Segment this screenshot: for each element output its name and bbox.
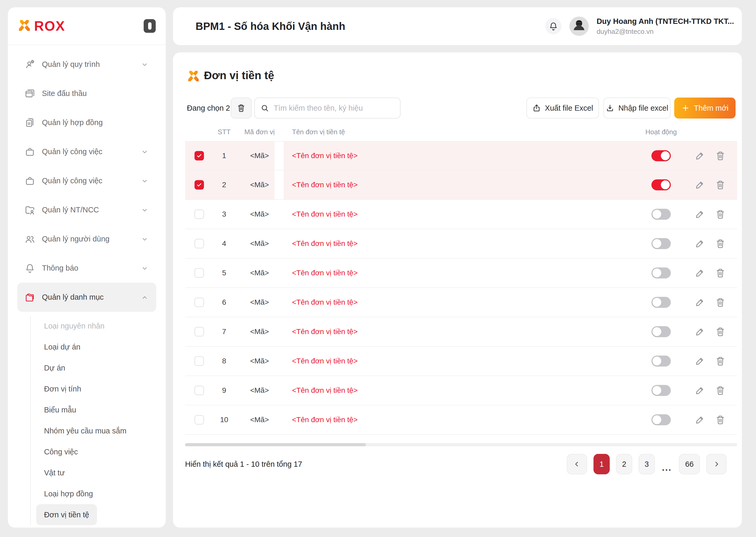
pagination-prev-button[interactable] [567,454,587,474]
chevron-down-icon [140,147,149,156]
import-excel-button[interactable]: Nhập file excel [603,98,670,118]
pagination-next-button[interactable] [706,454,727,474]
table-row: 1<Mã><Tên đơn vị tiền tệ> [185,141,737,170]
sidebar-subitem-9[interactable]: Đơn vị tiền tệ [36,504,97,525]
currency-table: STT Mã đơn vị Tên đơn vị tiền tệ Hoạt độ… [185,126,737,435]
pagination-page-1[interactable]: 1 [593,454,610,474]
sidebar-subitem-2[interactable]: Dự án [36,357,73,378]
sidebar-item-4[interactable]: Quản lý công việc [17,166,156,195]
delete-icon[interactable] [715,415,726,425]
delete-icon[interactable] [715,180,726,190]
sidebar-subitem-8[interactable]: Loại hợp đồng [36,483,101,504]
avatar[interactable] [569,17,589,36]
sidebar-item-6[interactable]: Quản lý người dùng [17,225,156,254]
selection-count-label: Đang chọn 2 [187,98,230,118]
row-code: <Mã> [236,327,283,336]
sidebar-item-label: Quản lý NT/NCC [42,206,99,214]
row-code: <Mã> [236,298,283,307]
row-checkbox[interactable] [194,386,204,395]
sidebar-item-2[interactable]: Quản lý hợp đồng [17,108,156,137]
row-active-toggle[interactable] [652,179,671,190]
sidebar-item-1[interactable]: Site đấu thầu [17,79,156,108]
row-checkbox[interactable] [194,415,204,425]
edit-icon[interactable] [695,268,705,278]
row-checkbox[interactable] [194,151,204,160]
pagination-ellipsis: ... [661,454,673,474]
row-name: <Tên đơn vị tiền tệ> [292,416,358,424]
delete-icon[interactable] [715,385,726,396]
row-checkbox[interactable] [194,298,204,307]
row-active-toggle[interactable] [652,209,671,220]
add-new-button[interactable]: Thêm mới [674,98,736,118]
delete-icon[interactable] [715,209,726,220]
bulk-delete-button[interactable] [231,98,252,118]
chevron-down-icon [140,177,149,185]
chevron-down-icon [140,60,149,69]
delete-icon[interactable] [715,297,726,308]
sidebar-subitem-3[interactable]: Đơn vị tính [36,378,89,399]
edit-icon[interactable] [695,150,705,161]
row-checkbox[interactable] [194,356,204,366]
row-name: <Tên đơn vị tiền tệ> [292,210,358,219]
sidebar-subitem-1[interactable]: Loại dự án [36,336,88,357]
edit-icon[interactable] [695,180,705,190]
row-name: <Tên đơn vị tiền tệ> [292,298,358,307]
user-info[interactable]: Duy Hoang Anh (TNTECH-TTKD TKT... duyha2… [597,17,734,36]
sidebar-submenu: Loại nguyên nhânLoại dự ánDự ánĐơn vị tí… [17,315,156,533]
edit-icon[interactable] [695,356,705,366]
delete-icon[interactable] [715,356,726,366]
row-active-toggle[interactable] [652,414,671,425]
row-active-toggle[interactable] [652,268,671,278]
bag-icon [25,146,35,157]
table-row: 4<Mã><Tên đơn vị tiền tệ> [185,229,737,259]
edit-icon[interactable] [695,209,705,220]
folder-user-icon [25,205,35,215]
edit-icon[interactable] [695,238,705,249]
edit-icon[interactable] [695,415,705,425]
pagination-page-2[interactable]: 2 [616,454,632,474]
horizontal-scrollbar[interactable] [185,443,737,446]
row-checkbox[interactable] [194,327,204,336]
sidebar-subitem-6[interactable]: Công việc [36,441,86,462]
scrollbar-thumb[interactable] [185,443,366,446]
row-active-toggle[interactable] [652,297,671,308]
sidebar-item-label: Quản lý công việc [42,177,102,185]
sidebar-item-0[interactable]: Quản lý quy trình [17,50,156,79]
sidebar-item-label: Quản lý danh mục [42,293,103,302]
sidebar-subitem-0[interactable]: Loại nguyên nhân [36,315,112,336]
pagination-page-66[interactable]: 66 [679,454,700,474]
search-input[interactable] [273,103,394,113]
notification-bell-icon[interactable] [545,18,562,34]
edit-icon[interactable] [695,326,705,337]
page-title: Đơn vị tiền tệ [204,69,274,82]
delete-icon[interactable] [715,268,726,278]
sidebar-subitem-4[interactable]: Biểu mẫu [36,399,84,420]
row-stt: 9 [214,386,235,394]
row-checkbox[interactable] [194,268,204,278]
delete-icon[interactable] [715,326,726,337]
edit-icon[interactable] [695,297,705,308]
export-excel-button[interactable]: Xuất file Excel [526,98,599,118]
sidebar-item-8[interactable]: Quản lý danh mục [17,283,156,312]
row-code: <Mã> [236,386,283,394]
row-checkbox[interactable] [194,210,204,219]
sidebar: ROX Quản lý quy trìnhSite đấu thầuQuản l… [8,7,166,527]
sidebar-subitem-5[interactable]: Nhóm yêu cầu mua sắm [36,420,134,441]
row-active-toggle[interactable] [652,238,671,249]
sidebar-subitem-7[interactable]: Vật tư [36,462,73,483]
delete-icon[interactable] [715,238,726,249]
row-checkbox[interactable] [194,239,204,248]
row-checkbox[interactable] [194,180,204,189]
delete-icon[interactable] [715,150,726,161]
pagination-page-3[interactable]: 3 [639,454,655,474]
row-active-toggle[interactable] [652,326,671,337]
row-active-toggle[interactable] [652,385,671,396]
row-active-toggle[interactable] [652,355,671,367]
sidebar-item-5[interactable]: Quản lý NT/NCC [17,195,156,225]
row-stt: 2 [214,181,235,189]
sidebar-item-7[interactable]: Thông báo [17,254,156,283]
sidebar-collapse-icon[interactable] [144,19,156,33]
edit-icon[interactable] [695,385,705,396]
row-active-toggle[interactable] [652,150,671,161]
sidebar-item-3[interactable]: Quản lý công việc [17,137,156,166]
